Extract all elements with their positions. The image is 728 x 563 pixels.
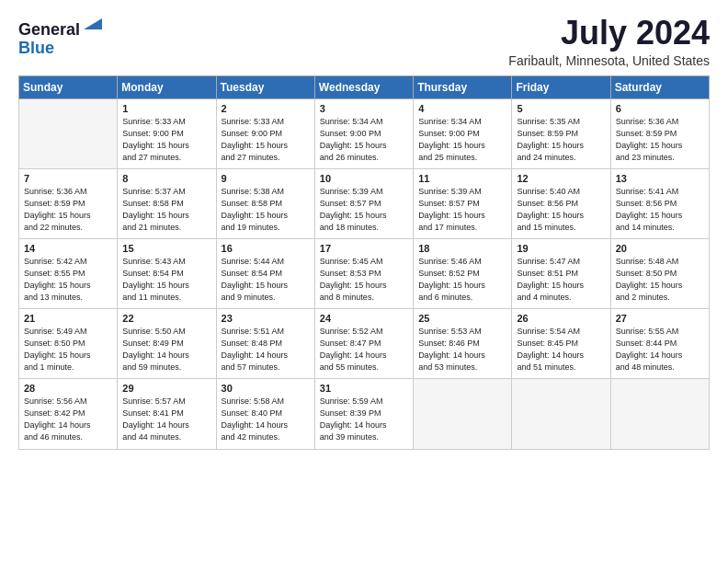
logo-general: General — [18, 20, 80, 39]
calendar-cell: 4Sunrise: 5:34 AMSunset: 9:00 PMDaylight… — [414, 98, 512, 168]
logo-blue: Blue — [18, 39, 54, 57]
day-number: 29 — [122, 383, 210, 394]
calendar-cell: 8Sunrise: 5:37 AMSunset: 8:58 PMDaylight… — [118, 168, 216, 238]
calendar-cell: 5Sunrise: 5:35 AMSunset: 8:59 PMDaylight… — [512, 98, 610, 168]
day-number: 23 — [222, 313, 310, 324]
calendar-cell: 2Sunrise: 5:33 AMSunset: 9:00 PMDaylight… — [216, 98, 314, 168]
day-number: 19 — [517, 243, 605, 254]
calendar-week-1: 1Sunrise: 5:33 AMSunset: 9:00 PMDaylight… — [19, 98, 710, 168]
day-info: Sunrise: 5:36 AMSunset: 8:59 PMDaylight:… — [24, 186, 112, 234]
calendar-cell: 31Sunrise: 5:59 AMSunset: 8:39 PMDayligh… — [314, 379, 413, 449]
calendar-header-monday: Monday — [118, 75, 216, 98]
calendar-cell: 17Sunrise: 5:45 AMSunset: 8:53 PMDayligh… — [314, 238, 413, 308]
day-info: Sunrise: 5:50 AMSunset: 8:49 PMDaylight:… — [122, 326, 210, 373]
calendar-header-friday: Friday — [512, 75, 610, 98]
calendar-week-2: 7Sunrise: 5:36 AMSunset: 8:59 PMDaylight… — [19, 168, 710, 238]
calendar-header-row: SundayMondayTuesdayWednesdayThursdayFrid… — [19, 75, 710, 98]
day-number: 30 — [222, 383, 310, 394]
calendar-cell: 22Sunrise: 5:50 AMSunset: 8:49 PMDayligh… — [118, 309, 216, 379]
day-number: 15 — [122, 243, 210, 254]
calendar-cell: 27Sunrise: 5:55 AMSunset: 8:44 PMDayligh… — [610, 309, 709, 379]
day-number: 4 — [418, 103, 506, 114]
day-number: 1 — [122, 103, 210, 114]
day-number: 3 — [320, 103, 408, 114]
day-number: 21 — [24, 313, 112, 324]
day-info: Sunrise: 5:45 AMSunset: 8:53 PMDaylight:… — [320, 256, 408, 304]
day-info: Sunrise: 5:34 AMSunset: 9:00 PMDaylight:… — [320, 116, 408, 164]
calendar-header-tuesday: Tuesday — [216, 75, 314, 98]
logo-icon — [82, 13, 104, 35]
day-number: 5 — [517, 103, 605, 114]
calendar-cell — [610, 379, 709, 449]
calendar-header-sunday: Sunday — [19, 75, 118, 98]
day-info: Sunrise: 5:38 AMSunset: 8:58 PMDaylight:… — [222, 186, 310, 234]
calendar-cell — [19, 98, 118, 168]
day-info: Sunrise: 5:36 AMSunset: 8:59 PMDaylight:… — [616, 116, 704, 164]
calendar-cell: 20Sunrise: 5:48 AMSunset: 8:50 PMDayligh… — [610, 238, 709, 308]
calendar-cell: 7Sunrise: 5:36 AMSunset: 8:59 PMDaylight… — [19, 168, 118, 238]
calendar-cell: 19Sunrise: 5:47 AMSunset: 8:51 PMDayligh… — [512, 238, 610, 308]
title-block: July 2024 Faribault, Minnesota, United S… — [508, 15, 710, 68]
day-info: Sunrise: 5:34 AMSunset: 9:00 PMDaylight:… — [418, 116, 506, 164]
day-number: 9 — [222, 173, 310, 184]
day-number: 31 — [320, 383, 408, 394]
day-info: Sunrise: 5:56 AMSunset: 8:42 PMDaylight:… — [24, 396, 112, 443]
day-number: 12 — [517, 173, 605, 184]
day-info: Sunrise: 5:41 AMSunset: 8:56 PMDaylight:… — [616, 186, 704, 234]
day-number: 7 — [24, 173, 112, 184]
calendar-header-saturday: Saturday — [610, 75, 709, 98]
calendar-cell: 30Sunrise: 5:58 AMSunset: 8:40 PMDayligh… — [216, 379, 314, 449]
day-info: Sunrise: 5:57 AMSunset: 8:41 PMDaylight:… — [122, 396, 210, 443]
calendar-cell: 6Sunrise: 5:36 AMSunset: 8:59 PMDaylight… — [610, 98, 709, 168]
calendar-cell: 29Sunrise: 5:57 AMSunset: 8:41 PMDayligh… — [118, 379, 216, 449]
calendar-cell: 21Sunrise: 5:49 AMSunset: 8:50 PMDayligh… — [19, 309, 118, 379]
page: General Blue July 2024 Faribault, Minnes… — [0, 0, 728, 563]
calendar-cell: 25Sunrise: 5:53 AMSunset: 8:46 PMDayligh… — [414, 309, 512, 379]
calendar-cell: 11Sunrise: 5:39 AMSunset: 8:57 PMDayligh… — [414, 168, 512, 238]
calendar-cell: 13Sunrise: 5:41 AMSunset: 8:56 PMDayligh… — [610, 168, 709, 238]
day-info: Sunrise: 5:59 AMSunset: 8:39 PMDaylight:… — [320, 396, 408, 443]
day-info: Sunrise: 5:48 AMSunset: 8:50 PMDaylight:… — [616, 256, 704, 304]
day-number: 25 — [418, 313, 506, 324]
day-info: Sunrise: 5:39 AMSunset: 8:57 PMDaylight:… — [320, 186, 408, 234]
calendar: SundayMondayTuesdayWednesdayThursdayFrid… — [18, 75, 710, 450]
day-number: 13 — [616, 173, 704, 184]
day-info: Sunrise: 5:37 AMSunset: 8:58 PMDaylight:… — [122, 186, 210, 234]
day-info: Sunrise: 5:51 AMSunset: 8:48 PMDaylight:… — [222, 326, 310, 373]
location-title: Faribault, Minnesota, United States — [508, 53, 710, 68]
calendar-cell — [414, 379, 512, 449]
day-number: 16 — [222, 243, 310, 254]
day-number: 17 — [320, 243, 408, 254]
day-info: Sunrise: 5:40 AMSunset: 8:56 PMDaylight:… — [517, 186, 605, 234]
calendar-cell: 9Sunrise: 5:38 AMSunset: 8:58 PMDaylight… — [216, 168, 314, 238]
day-info: Sunrise: 5:33 AMSunset: 9:00 PMDaylight:… — [122, 116, 210, 164]
calendar-week-4: 21Sunrise: 5:49 AMSunset: 8:50 PMDayligh… — [19, 309, 710, 379]
day-number: 22 — [122, 313, 210, 324]
calendar-cell: 26Sunrise: 5:54 AMSunset: 8:45 PMDayligh… — [512, 309, 610, 379]
day-number: 20 — [616, 243, 704, 254]
day-info: Sunrise: 5:55 AMSunset: 8:44 PMDaylight:… — [616, 326, 704, 373]
day-number: 26 — [517, 313, 605, 324]
calendar-cell: 18Sunrise: 5:46 AMSunset: 8:52 PMDayligh… — [414, 238, 512, 308]
calendar-week-3: 14Sunrise: 5:42 AMSunset: 8:55 PMDayligh… — [19, 238, 710, 308]
calendar-cell: 12Sunrise: 5:40 AMSunset: 8:56 PMDayligh… — [512, 168, 610, 238]
calendar-cell: 23Sunrise: 5:51 AMSunset: 8:48 PMDayligh… — [216, 309, 314, 379]
day-info: Sunrise: 5:44 AMSunset: 8:54 PMDaylight:… — [222, 256, 310, 304]
day-info: Sunrise: 5:53 AMSunset: 8:46 PMDaylight:… — [418, 326, 506, 373]
calendar-cell: 15Sunrise: 5:43 AMSunset: 8:54 PMDayligh… — [118, 238, 216, 308]
day-number: 6 — [616, 103, 704, 114]
day-number: 11 — [418, 173, 506, 184]
day-info: Sunrise: 5:43 AMSunset: 8:54 PMDaylight:… — [122, 256, 210, 304]
calendar-header-wednesday: Wednesday — [314, 75, 413, 98]
day-info: Sunrise: 5:58 AMSunset: 8:40 PMDaylight:… — [222, 396, 310, 443]
day-info: Sunrise: 5:52 AMSunset: 8:47 PMDaylight:… — [320, 326, 408, 373]
day-info: Sunrise: 5:35 AMSunset: 8:59 PMDaylight:… — [517, 116, 605, 164]
logo: General Blue — [18, 15, 104, 58]
day-number: 2 — [222, 103, 310, 114]
calendar-cell: 3Sunrise: 5:34 AMSunset: 9:00 PMDaylight… — [314, 98, 413, 168]
calendar-cell — [512, 379, 610, 449]
calendar-cell: 28Sunrise: 5:56 AMSunset: 8:42 PMDayligh… — [19, 379, 118, 449]
day-number: 10 — [320, 173, 408, 184]
calendar-cell: 10Sunrise: 5:39 AMSunset: 8:57 PMDayligh… — [314, 168, 413, 238]
day-number: 24 — [320, 313, 408, 324]
